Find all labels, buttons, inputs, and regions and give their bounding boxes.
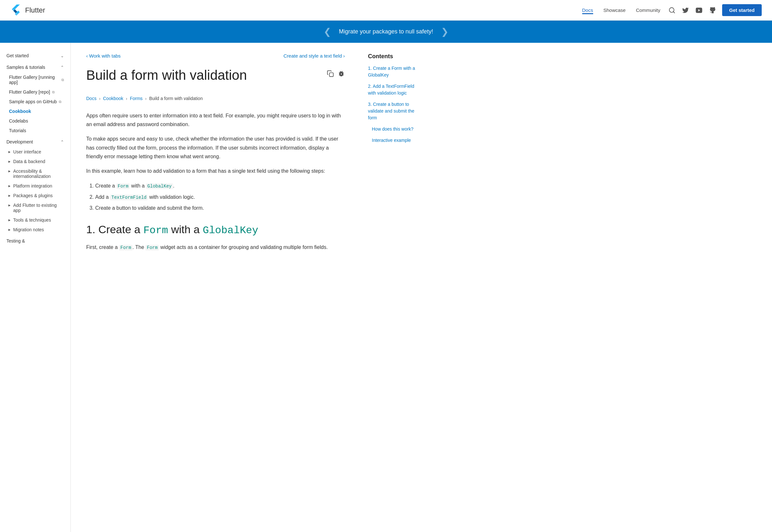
header-icons <box>668 6 716 14</box>
arrow-right-icon: ► <box>8 150 11 154</box>
arrow-right-icon: ► <box>8 184 11 188</box>
breadcrumb-cookbook[interactable]: Cookbook <box>103 96 123 101</box>
chevron-down-icon: ⌄ <box>60 53 64 58</box>
prev-page-link[interactable]: ‹ Work with tabs <box>86 53 121 59</box>
sidebar-item-label: Cookbook <box>9 109 31 114</box>
search-icon[interactable] <box>668 6 676 14</box>
sidebar-item-user-interface[interactable]: ► User interface <box>0 147 70 157</box>
sidebar-label-development: Development <box>6 139 33 144</box>
youtube-icon[interactable] <box>695 6 703 14</box>
chevron-up-icon: ⌃ <box>60 65 64 70</box>
sidebar-subsection-label: Accessibility & internationalization <box>13 169 64 179</box>
sidebar-title-get-started[interactable]: Get started ⌄ <box>0 50 70 61</box>
svg-line-1 <box>673 12 675 13</box>
arrow-right-icon: ► <box>8 169 11 173</box>
breadcrumb-forms[interactable]: Forms <box>130 96 143 101</box>
breadcrumb-sep-3: › <box>145 96 146 101</box>
contents-link-1[interactable]: 1. Create a Form with a GlobalKey <box>368 65 423 78</box>
sidebar-item-sample-apps[interactable]: Sample apps on GitHub ⧉ <box>0 97 70 106</box>
breadcrumb-current: Build a form with validation <box>149 96 203 101</box>
sidebar-item-codelabs[interactable]: Codelabs <box>0 116 70 126</box>
breadcrumb-sep-1: › <box>99 96 100 101</box>
contents-link-3[interactable]: 3. Create a button to validate and submi… <box>368 101 423 121</box>
sidebar-item-label: Flutter Gallery [repo] <box>9 89 50 95</box>
sidebar-subsection-label: Add Flutter to existing app <box>13 203 64 213</box>
breadcrumb-docs[interactable]: Docs <box>86 96 97 101</box>
external-link-icon: ⧉ <box>59 100 61 104</box>
logo-text: Flutter <box>25 6 45 14</box>
header: Flutter Docs Showcase Community Get star… <box>0 0 772 21</box>
banner-next-arrow[interactable]: ❯ <box>441 26 448 37</box>
logo[interactable]: Flutter <box>10 5 45 16</box>
chevron-left-icon: ‹ <box>86 53 88 59</box>
sidebar-item-flutter-gallery-running[interactable]: Flutter Gallery [running app] ⧉ <box>0 72 70 87</box>
flutter-logo-icon <box>10 5 22 16</box>
nav-docs[interactable]: Docs <box>582 6 593 14</box>
banner: ❮ Migrate your packages to null safety! … <box>0 21 772 43</box>
article-body: Apps often require users to enter inform… <box>86 111 345 252</box>
globalkey-code-link-1[interactable]: GlobalKey <box>146 183 173 189</box>
sidebar-subsection-label: Migration notes <box>13 227 44 232</box>
next-page-label: Create and style a text field <box>283 53 342 59</box>
nav-community[interactable]: Community <box>636 6 660 14</box>
sidebar-item-packages-plugins[interactable]: ► Packages & plugins <box>0 191 70 200</box>
sidebar-item-add-flutter[interactable]: ► Add Flutter to existing app <box>0 200 70 215</box>
arrow-right-icon: ► <box>8 203 11 207</box>
sidebar: Get started ⌄ Samples & tutorials ⌃ Flut… <box>0 43 71 532</box>
form-code-link-3[interactable]: Form <box>145 245 159 251</box>
main-content: ‹ Work with tabs Create and style a text… <box>71 43 360 532</box>
copy-code-icon[interactable] <box>327 70 334 79</box>
sidebar-item-tools-techniques[interactable]: ► Tools & techniques <box>0 215 70 225</box>
sidebar-section-samples: Samples & tutorials ⌃ Flutter Gallery [r… <box>0 62 70 135</box>
sidebar-subsection-label: Data & backend <box>13 159 45 164</box>
get-started-button[interactable]: Get started <box>722 4 762 16</box>
page-title: Build a form with validation <box>86 68 247 83</box>
section-1-title: 1. Create a Form with a GlobalKey <box>86 223 345 236</box>
sidebar-item-tutorials[interactable]: Tutorials <box>0 126 70 135</box>
sidebar-item-migration-notes[interactable]: ► Migration notes <box>0 225 70 234</box>
sidebar-label-testing: Testing & <box>6 238 25 243</box>
sidebar-item-data-backend[interactable]: ► Data & backend <box>0 157 70 166</box>
sidebar-title-samples[interactable]: Samples & tutorials ⌃ <box>0 62 70 72</box>
sidebar-item-accessibility[interactable]: ► Accessibility & internationalization <box>0 166 70 181</box>
bug-report-icon[interactable] <box>338 70 345 79</box>
nav-showcase[interactable]: Showcase <box>603 6 626 14</box>
sidebar-item-label: Sample apps on GitHub <box>9 99 57 104</box>
sidebar-label-samples: Samples & tutorials <box>6 65 45 70</box>
banner-prev-arrow[interactable]: ❮ <box>324 26 331 37</box>
form-code-link-1[interactable]: Form <box>116 183 130 189</box>
sidebar-item-platform-integration[interactable]: ► Platform integration <box>0 181 70 191</box>
sidebar-item-flutter-gallery-repo[interactable]: Flutter Gallery [repo] ⧉ <box>0 87 70 97</box>
sidebar-subsection-label: User interface <box>13 149 41 154</box>
page-title-actions <box>327 70 345 79</box>
chevron-up-icon: ⌃ <box>60 140 64 144</box>
sidebar-item-label: Flutter Gallery [running app] <box>9 75 60 85</box>
sidebar-label-get-started: Get started <box>6 53 29 58</box>
banner-text: Migrate your packages to null safety! <box>339 28 433 35</box>
github-icon[interactable] <box>709 6 716 14</box>
arrow-right-icon: ► <box>8 160 11 163</box>
page-nav: ‹ Work with tabs Create and style a text… <box>86 53 345 59</box>
section-1-paragraph: First, create a Form. The Form widget ac… <box>86 243 345 252</box>
page-layout: Get started ⌄ Samples & tutorials ⌃ Flut… <box>0 43 772 532</box>
form-code-word: Form <box>143 225 168 236</box>
textformfield-code-link[interactable]: TextFormField <box>110 195 148 200</box>
sidebar-title-development[interactable]: Development ⌃ <box>0 137 70 147</box>
form-code-link-2[interactable]: Form <box>119 245 133 251</box>
sidebar-subsection-label: Packages & plugins <box>13 193 53 198</box>
contents-link-4[interactable]: How does this work? <box>368 126 423 133</box>
twitter-icon[interactable] <box>682 6 689 14</box>
intro-paragraph-2: To make apps secure and easy to use, che… <box>86 134 345 161</box>
sidebar-item-label: Tutorials <box>9 128 26 133</box>
external-link-icon: ⧉ <box>61 78 64 82</box>
external-link-icon: ⧉ <box>52 90 55 94</box>
sidebar-item-cookbook[interactable]: Cookbook <box>0 106 70 116</box>
breadcrumb-sep-2: › <box>126 96 127 101</box>
sidebar-section-get-started: Get started ⌄ <box>0 50 70 61</box>
contents-link-5[interactable]: Interactive example <box>368 137 423 144</box>
sidebar-title-testing[interactable]: Testing & <box>0 236 70 246</box>
next-page-link[interactable]: Create and style a text field › <box>283 53 345 59</box>
step-1-item: Create a Form with a GlobalKey. <box>95 181 345 191</box>
step-3-item: Create a button to validate and submit t… <box>95 203 345 213</box>
contents-link-2[interactable]: 2. Add a TextFormField with validation l… <box>368 83 423 96</box>
